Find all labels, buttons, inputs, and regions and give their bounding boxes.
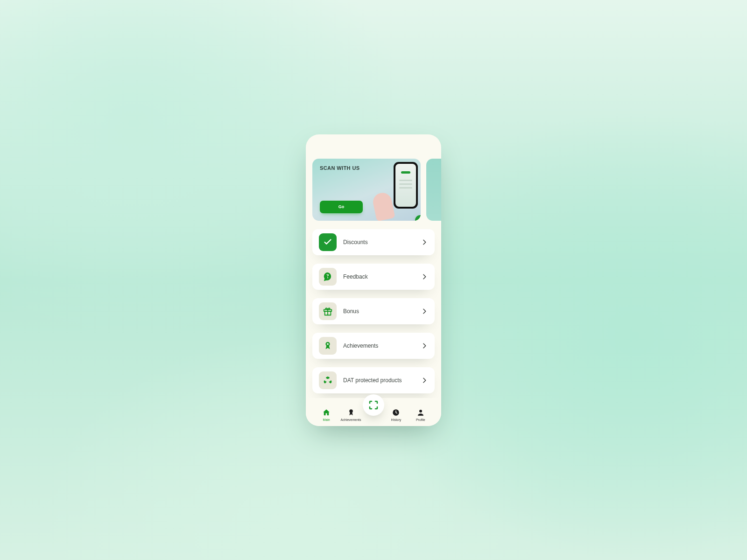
clock-icon — [392, 408, 400, 417]
menu-item-label: DAT protected products — [343, 377, 402, 384]
nav-main[interactable]: Main — [314, 408, 338, 421]
screen-content: SCAN WITH US Go — [306, 134, 441, 426]
hero-carousel[interactable]: SCAN WITH US Go — [312, 159, 435, 221]
gift-icon — [319, 302, 337, 320]
menu-item-label: Achievements — [343, 343, 378, 349]
check-circle-icon — [319, 233, 337, 251]
nav-profile[interactable]: Profile — [409, 408, 433, 421]
scan-fab[interactable] — [363, 394, 384, 416]
chevron-right-icon — [421, 238, 428, 246]
award-icon — [347, 408, 355, 417]
menu-item-dat-products[interactable]: DAT protected products — [312, 367, 435, 393]
hero-card-scan[interactable]: SCAN WITH US Go — [312, 159, 421, 221]
nav-label: Achievements — [341, 418, 361, 421]
svg-point-5 — [419, 410, 422, 413]
nav-label: Main — [323, 418, 330, 421]
award-icon — [319, 337, 337, 355]
svg-point-3 — [349, 409, 353, 413]
menu-item-label: Bonus — [343, 308, 359, 315]
hand-shape — [371, 191, 395, 221]
nav-label: History — [391, 418, 402, 421]
menu-item-discounts[interactable]: Discounts — [312, 229, 435, 255]
menu-item-label: Discounts — [343, 239, 368, 245]
menu-item-label: Feedback — [343, 273, 368, 280]
check-badge-icon — [415, 215, 421, 221]
menu-item-bonus[interactable]: Bonus — [312, 298, 435, 324]
user-icon — [416, 408, 425, 417]
protected-hands-icon — [319, 371, 337, 389]
menu-item-feedback[interactable]: Feedback — [312, 264, 435, 290]
scan-frame-icon — [368, 399, 379, 411]
hero-card-next[interactable] — [426, 159, 441, 221]
home-icon — [322, 408, 331, 417]
feedback-icon — [319, 268, 337, 286]
nav-history[interactable]: History — [384, 408, 408, 421]
chevron-right-icon — [421, 377, 428, 384]
bottom-nav: Main Achievements History Profile — [306, 398, 441, 426]
menu-list: Discounts Feedback — [312, 229, 435, 393]
phone-screen-shape — [395, 164, 416, 207]
nav-achievements[interactable]: Achievements — [338, 408, 363, 421]
phone-shape — [394, 162, 418, 209]
chevron-right-icon — [421, 308, 428, 315]
phone-frame: SCAN WITH US Go — [306, 134, 441, 426]
nav-label: Profile — [416, 418, 425, 421]
chevron-right-icon — [421, 273, 428, 280]
chevron-right-icon — [421, 342, 428, 350]
go-button-label: Go — [338, 204, 345, 209]
hero-illustration — [371, 159, 421, 221]
menu-item-achievements[interactable]: Achievements — [312, 333, 435, 359]
go-button[interactable]: Go — [320, 201, 363, 213]
